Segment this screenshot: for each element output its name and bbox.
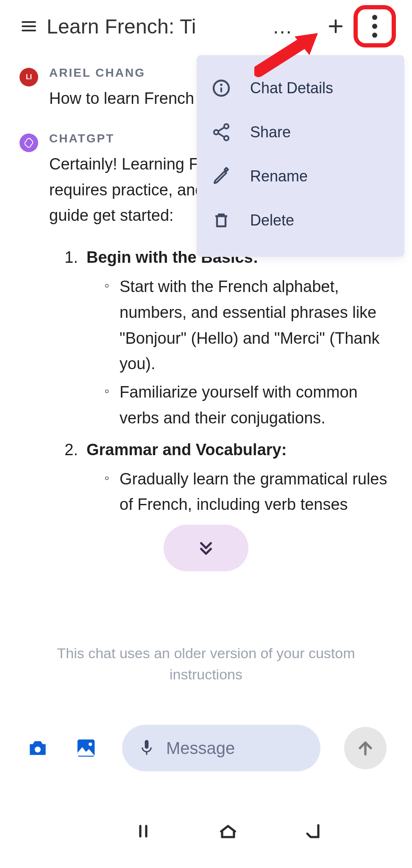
svg-point-6 [224, 124, 228, 128]
svg-point-7 [214, 130, 218, 134]
back-icon [304, 821, 324, 841]
recent-apps-button[interactable] [134, 822, 152, 842]
more-options-button[interactable] [356, 8, 393, 45]
share-icon [211, 122, 231, 142]
svg-point-9 [35, 747, 41, 753]
menu-item-label: Rename [250, 167, 308, 185]
message-placeholder: Message [166, 739, 235, 758]
menu-item-share[interactable]: Share [209, 110, 392, 154]
list-item: 2. Grammar and Vocabulary: Gradually lea… [55, 437, 393, 517]
svg-point-4 [220, 83, 223, 86]
svg-point-8 [224, 136, 228, 140]
list-subitem: Start with the French alphabet, numbers,… [104, 274, 393, 377]
assistant-avatar [19, 134, 38, 152]
gallery-button[interactable] [74, 736, 98, 760]
svg-rect-5 [220, 87, 222, 92]
svg-rect-12 [145, 740, 149, 749]
list-item-title: Grammar and Vocabulary: [86, 441, 287, 459]
scroll-to-bottom-button[interactable] [164, 525, 248, 571]
svg-point-11 [89, 743, 92, 746]
camera-button[interactable] [25, 736, 50, 760]
send-button[interactable] [344, 727, 387, 769]
annotation-arrow [254, 29, 326, 80]
list-item: 1. Begin with the Basics: Start with the… [55, 245, 393, 431]
svg-point-0 [372, 15, 377, 20]
svg-point-1 [372, 24, 377, 29]
arrow-up-icon [356, 739, 375, 757]
chevron-double-down-icon [196, 538, 216, 558]
composer: Message [25, 725, 387, 771]
user-avatar: LI [19, 68, 38, 86]
pencil-icon [211, 166, 231, 186]
header: Learn French: Ti … [0, 0, 412, 53]
list-subitem: Gradually learn the grammatical rules of… [104, 466, 393, 518]
menu-item-delete[interactable]: Delete [209, 198, 392, 242]
home-button[interactable] [218, 821, 238, 843]
info-icon [211, 78, 231, 98]
system-nav-bar [0, 804, 412, 860]
svg-point-2 [372, 33, 377, 38]
camera-icon [26, 736, 50, 760]
menu-item-label: Share [250, 123, 291, 141]
list-subitem: Familiarize yourself with common verbs a… [104, 379, 393, 431]
chat-title[interactable]: Learn French: Ti [47, 15, 267, 38]
hamburger-menu-button[interactable] [19, 16, 39, 36]
trash-icon [211, 210, 231, 231]
new-chat-button[interactable] [326, 17, 345, 36]
microphone-icon [139, 739, 154, 757]
message-input[interactable]: Message [122, 725, 320, 771]
instructions-notice: This chat uses an older version of your … [0, 643, 412, 685]
recent-icon [134, 822, 152, 840]
menu-item-label: Delete [250, 211, 294, 229]
image-icon [75, 737, 97, 760]
back-button[interactable] [304, 821, 324, 843]
assistant-ordered-list: 1. Begin with the Basics: Start with the… [49, 245, 393, 517]
context-menu: Chat Details Share Rename Delete [197, 55, 404, 257]
menu-item-label: Chat Details [250, 79, 333, 97]
home-icon [218, 821, 238, 841]
menu-item-rename[interactable]: Rename [209, 154, 392, 198]
chatgpt-logo-icon [23, 137, 35, 149]
